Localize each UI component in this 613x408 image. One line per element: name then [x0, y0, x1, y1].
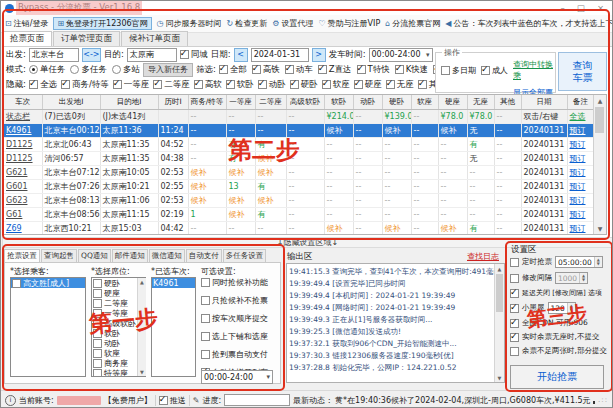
depart-time-select[interactable]: 00:00-24:00 — [369, 48, 433, 62]
close-button[interactable]: × — [597, 3, 604, 13]
stepper-arrows-icon[interactable]: ▲▼ — [567, 303, 575, 313]
train-number-link[interactable]: D1125 — [6, 154, 33, 163]
operation-checkbox[interactable]: 多日期 — [441, 65, 476, 76]
seat-hide-checkbox[interactable]: 动卧 — [258, 79, 286, 91]
start-grab-button[interactable]: 开始抢票 — [510, 365, 604, 389]
column-header[interactable]: 一等座 — [226, 95, 255, 110]
column-header[interactable]: 无座 — [467, 95, 494, 110]
tab-grab-page[interactable]: 抢票页面 — [2, 31, 52, 46]
checkbox-icon[interactable] — [510, 258, 519, 267]
list-item[interactable]: 商务座 — [92, 358, 137, 368]
prev-date-button[interactable]: < — [234, 48, 248, 62]
tab-wechat-notify[interactable]: 微信通知 — [149, 249, 185, 262]
train-type-checkbox[interactable]: K快速 — [395, 64, 429, 76]
column-header[interactable]: 软卧 — [324, 95, 353, 110]
search-tickets-button[interactable]: 查询 车票 — [558, 52, 607, 91]
train-number-link[interactable]: G621 — [6, 168, 27, 177]
reserve-link[interactable]: 预订 — [570, 182, 586, 191]
list-item[interactable]: 特等座 — [92, 368, 137, 377]
seat-hide-checkbox[interactable]: 软卧 — [226, 79, 254, 91]
toolbar-item-announcement[interactable]: ◀公告：车次列表中蓝色的车次，才支持选上下铺功能！ — [445, 18, 612, 29]
column-header[interactable]: 目的地Ⅰ — [100, 95, 158, 110]
table-row[interactable]: K4961北京丰台00:12太原11:3611:24--------候补--候补… — [4, 124, 594, 138]
train-type-checkbox[interactable]: 动车 — [285, 64, 313, 76]
list-item[interactable]: 二等座 — [92, 298, 137, 308]
mode-radio[interactable]: 单任务 — [29, 64, 66, 76]
column-header[interactable]: 硬卧 — [382, 95, 411, 110]
scrollbar-thumb[interactable] — [496, 274, 503, 312]
table-row[interactable]: G601北京丰台07:26太原南10:2102:55候补13有---------… — [4, 180, 594, 194]
column-header[interactable]: 硬座 — [438, 95, 467, 110]
scroll-down-button[interactable] — [495, 373, 504, 382]
seat-list-scrollbar[interactable] — [137, 278, 146, 376]
stepper-arrows-icon[interactable]: ▲▼ — [594, 257, 602, 267]
reserve-link[interactable]: 预订 — [570, 154, 586, 163]
swap-stations-button[interactable]: <-> — [82, 48, 101, 62]
from-input[interactable]: 北京丰台 — [29, 48, 79, 62]
toolbar-item-vip[interactable]: ♡赞助与注册VIP — [318, 18, 380, 29]
train-number-link[interactable]: G601 — [6, 182, 27, 191]
tab-grab-settings[interactable]: 抢票设置 — [4, 249, 40, 262]
seat-hide-checkbox[interactable]: 一等座 — [113, 79, 150, 91]
seat-hide-checkbox[interactable]: 软座 — [322, 79, 350, 91]
column-header[interactable]: 二等座 — [255, 95, 286, 110]
push-checkbox[interactable]: 推送 — [159, 395, 186, 406]
toolbar-item-proxy[interactable]: ⚙设置代理 — [272, 18, 313, 29]
list-item[interactable]: 动卧 — [92, 338, 137, 348]
find-log-link[interactable]: 查找日志 — [467, 251, 499, 262]
blacklist-stepper[interactable]: 120 ▲▼ — [548, 302, 576, 314]
column-header[interactable]: 高级软卧 — [286, 95, 324, 110]
train-type-checkbox[interactable]: 全部 — [219, 64, 247, 76]
reserve-link[interactable]: 预订 — [570, 126, 586, 135]
maximize-button[interactable]: □ — [577, 3, 585, 13]
checkbox-icon[interactable] — [510, 274, 519, 283]
train-number-link[interactable]: Z69 — [6, 224, 22, 233]
toolbar-item-check-update[interactable]: ↻检查更新 — [227, 18, 268, 29]
table-row[interactable]: D1125北京北06:43太原南11:3504:52--有有----------… — [4, 138, 594, 152]
table-scrollbar[interactable] — [593, 95, 606, 234]
tab-waitlist-page[interactable]: 候补订单页面 — [121, 31, 188, 46]
column-header[interactable]: 其他 — [494, 95, 521, 110]
list-item[interactable]: 一等座 — [92, 308, 137, 318]
mode-radio[interactable]: 多任务 — [70, 64, 107, 76]
column-header[interactable]: 商务/特等 — [188, 95, 226, 110]
scroll-up-button[interactable] — [495, 264, 504, 273]
train-number-link[interactable]: 状态栏 — [6, 112, 30, 121]
seat-hide-checkbox[interactable]: 无座 — [386, 79, 414, 91]
checkbox-icon[interactable] — [510, 347, 519, 356]
train-type-checkbox[interactable]: 高铁 — [252, 64, 280, 76]
tab-auto-pay[interactable]: 自动支付 — [186, 249, 222, 262]
seat-hide-checkbox[interactable]: 二等座 — [153, 79, 190, 91]
timed-grab-time-stepper[interactable]: 05:00:00 ▲▼ — [555, 256, 603, 268]
column-header[interactable]: 车次 — [4, 95, 42, 110]
list-item[interactable]: 硬座 — [92, 288, 137, 298]
minimize-button[interactable]: – — [561, 3, 565, 13]
selected-train-listbox[interactable]: K4961 — [151, 277, 196, 377]
train-number-link[interactable]: G61 — [6, 210, 22, 219]
scroll-up-button[interactable] — [138, 278, 146, 286]
select-all-link[interactable]: 全选 — [570, 112, 586, 121]
train-number-link[interactable]: K4961 — [6, 126, 32, 135]
grab-option-checkbox[interactable]: 只抢候补不抢票 — [201, 295, 268, 306]
grab-option-checkbox[interactable]: 选上下铺和选座 — [201, 331, 268, 342]
grab-time-select[interactable]: 00:00-24:00 — [201, 370, 273, 384]
column-header[interactable]: 软座 — [411, 95, 438, 110]
list-item[interactable]: 软卧 — [92, 328, 137, 338]
grab-option-checkbox[interactable]: 同时抢候补功能 — [201, 277, 268, 288]
seat-hide-checkbox[interactable]: 全选 — [29, 79, 57, 91]
column-header[interactable]: 动卧 — [353, 95, 382, 110]
table-row[interactable]: Z69北京西10:21太原15:0304:42--------候补--候补--候… — [4, 222, 594, 236]
checkbox-icon[interactable] — [510, 304, 519, 313]
passenger-listbox[interactable]: 高文胜[成人] — [10, 277, 86, 377]
table-row[interactable]: G621北京丰台07:12太原南10:0502:53候补候补候补--------… — [4, 166, 594, 180]
table-row[interactable]: G61北京丰台08:56太原南11:1502:191候补有-----------… — [4, 208, 594, 222]
list-item[interactable]: K4961 — [152, 278, 195, 288]
next-date-button[interactable]: > — [312, 48, 326, 62]
train-type-checkbox[interactable]: Z直达 — [318, 64, 352, 76]
reserve-link[interactable]: 预订 — [570, 210, 586, 219]
column-header[interactable]: 历时Ⅰ — [158, 95, 188, 110]
same-city-checkbox[interactable]: 同城 — [180, 49, 208, 61]
train-number-link[interactable]: G623 — [6, 196, 27, 205]
reserve-link[interactable]: 预订 — [570, 196, 586, 205]
train-number-link[interactable]: D1125 — [6, 140, 33, 149]
